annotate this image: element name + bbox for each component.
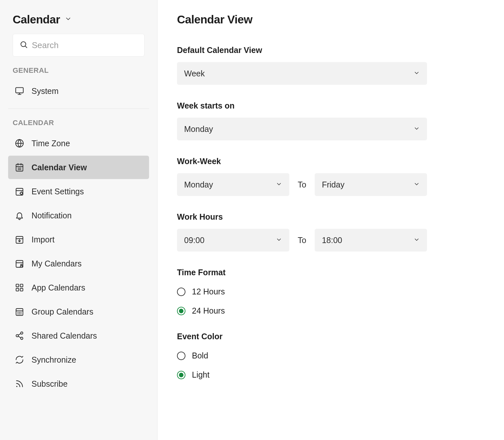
select-value: Monday [184, 124, 213, 134]
sync-icon [15, 355, 24, 365]
sidebar-item-label: Subscribe [32, 379, 68, 389]
sidebar-item-label: Shared Calendars [32, 331, 97, 341]
search-input[interactable] [32, 40, 138, 50]
select-value: 18:00 [322, 236, 342, 245]
sidebar-item-calendar-view[interactable]: Calendar View [8, 156, 149, 179]
svg-line-1 [25, 46, 27, 47]
field-label-work-week: Work-Week [177, 157, 427, 166]
nav-list-general: System [8, 79, 149, 103]
select-work-hours-to[interactable]: 18:00 [315, 229, 427, 252]
chevron-down-icon [276, 236, 282, 245]
chevron-down-icon [276, 180, 282, 189]
svg-rect-2 [16, 88, 23, 93]
radio-label: Bold [192, 351, 208, 360]
svg-point-33 [19, 312, 19, 313]
share-icon [15, 331, 24, 341]
svg-rect-23 [16, 261, 23, 267]
sidebar-item-label: Event Settings [32, 187, 84, 196]
radio-dot-icon [177, 352, 185, 360]
svg-rect-28 [16, 288, 19, 291]
select-work-hours-from[interactable]: 09:00 [177, 229, 289, 252]
radio-dot-icon [177, 371, 185, 379]
svg-point-34 [21, 312, 21, 313]
svg-point-35 [18, 314, 18, 314]
sidebar-item-label: Calendar View [32, 163, 87, 172]
sidebar-item-my-calendars[interactable]: My Calendars [8, 252, 149, 275]
calendar-grid-icon [15, 307, 24, 317]
field-week-start: Week starts on Monday [177, 101, 427, 140]
page-title: Calendar View [177, 13, 485, 26]
monitor-icon [15, 86, 24, 96]
sidebar-item-system[interactable]: System [8, 79, 149, 103]
sidebar-title-dropdown[interactable]: Calendar [8, 13, 76, 34]
field-label-work-hours: Work Hours [177, 212, 427, 222]
bell-icon [15, 211, 24, 220]
sidebar-item-event-settings[interactable]: Event Settings [8, 180, 149, 203]
svg-rect-26 [16, 284, 19, 287]
chevron-down-icon [413, 69, 420, 78]
radio-label: 24 Hours [192, 306, 225, 316]
sidebar-item-label: Synchronize [32, 355, 76, 365]
select-week-start[interactable]: Monday [177, 118, 427, 140]
main-content: Calendar View Default Calendar View Week… [158, 0, 504, 440]
sidebar-item-time-zone[interactable]: Time Zone [8, 132, 149, 155]
sidebar-item-app-calendars[interactable]: App Calendars [8, 276, 149, 299]
sidebar-item-shared-calendars[interactable]: Shared Calendars [8, 324, 149, 347]
globe-icon [15, 138, 24, 148]
sidebar-item-label: Notification [32, 211, 72, 220]
field-work-hours: Work Hours 09:00 To 18:00 [177, 212, 427, 252]
sidebar-item-label: Import [32, 235, 55, 244]
radio-12-hours[interactable]: 12 Hours [177, 287, 427, 296]
sidebar-item-notification[interactable]: Notification [8, 204, 149, 227]
svg-line-42 [18, 336, 21, 338]
field-work-week: Work-Week Monday To Friday [177, 157, 427, 196]
sidebar-item-subscribe[interactable]: Subscribe [8, 372, 149, 395]
sidebar-item-synchronize[interactable]: Synchronize [8, 348, 149, 371]
radio-label: Light [192, 370, 209, 380]
select-default-view[interactable]: Week [177, 62, 427, 85]
radio-dot-icon [177, 288, 185, 296]
apps-icon [15, 283, 24, 292]
calendar-view-icon [15, 162, 24, 172]
range-separator: To [298, 180, 306, 189]
radio-24-hours[interactable]: 24 Hours [177, 306, 427, 316]
select-work-week-from[interactable]: Monday [177, 173, 289, 196]
section-label-calendar: CALENDAR [8, 119, 149, 131]
section-label-general: GENERAL [8, 66, 149, 79]
chevron-down-icon [413, 236, 420, 245]
sidebar: Calendar GENERAL System CALENDAR [0, 0, 158, 440]
sidebar-title-label: Calendar [13, 13, 60, 26]
svg-point-43 [16, 386, 18, 387]
rss-icon [15, 379, 24, 389]
radio-dot-icon [177, 307, 185, 315]
sidebar-item-import[interactable]: Import [8, 228, 149, 251]
chevron-down-icon [65, 15, 72, 24]
sidebar-item-label: App Calendars [32, 283, 85, 292]
search-input-container[interactable] [13, 34, 145, 57]
radio-label: 12 Hours [192, 287, 225, 296]
calendar-gear-icon [15, 187, 24, 196]
svg-rect-27 [20, 284, 23, 287]
radio-light[interactable]: Light [177, 370, 427, 380]
field-label-default-view: Default Calendar View [177, 45, 427, 55]
nav-list-calendar: Time Zone Calendar View Event Settings N… [8, 132, 149, 395]
field-label-time-format: Time Format [177, 268, 427, 277]
field-time-format: Time Format 12 Hours 24 Hours [177, 268, 427, 316]
svg-rect-29 [20, 288, 23, 291]
select-value: Friday [322, 180, 344, 189]
svg-rect-7 [16, 164, 23, 171]
import-icon [15, 235, 24, 244]
radio-bold[interactable]: Bold [177, 351, 427, 360]
select-value: Week [184, 69, 205, 78]
sidebar-item-label: Group Calendars [32, 307, 93, 317]
range-separator: To [298, 236, 306, 245]
calendar-user-icon [15, 259, 24, 268]
svg-point-36 [19, 314, 19, 314]
svg-point-37 [21, 314, 21, 314]
field-label-week-start: Week starts on [177, 101, 427, 110]
search-icon [19, 40, 28, 50]
field-event-color: Event Color Bold Light [177, 332, 427, 380]
chevron-down-icon [413, 124, 420, 134]
select-work-week-to[interactable]: Friday [315, 173, 427, 196]
sidebar-item-group-calendars[interactable]: Group Calendars [8, 300, 149, 323]
